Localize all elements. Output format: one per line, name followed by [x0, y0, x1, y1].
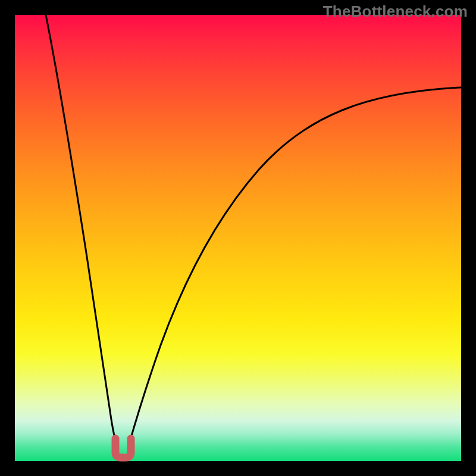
minimum-marker-icon: [115, 439, 131, 458]
curve-right-branch: [128, 87, 461, 448]
watermark-text: TheBottleneck.com: [323, 2, 468, 21]
plot-area: [15, 15, 461, 461]
curve-layer: [15, 15, 461, 461]
curve-left-branch: [46, 15, 118, 448]
chart-frame: TheBottleneck.com: [0, 0, 476, 476]
